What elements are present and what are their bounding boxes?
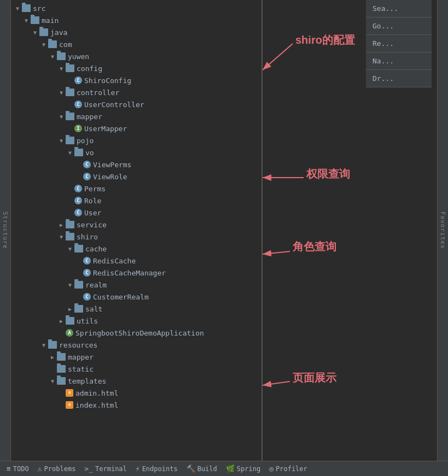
- structure-label[interactable]: Structure: [0, 0, 11, 461]
- folder-icon: [66, 64, 74, 72]
- tree-item-label: src: [33, 4, 45, 13]
- tree-item-static[interactable]: static: [11, 363, 261, 375]
- tree-item-label: Role: [84, 197, 101, 205]
- tree-item-label: resources: [59, 341, 97, 349]
- tree-arrow: [57, 138, 66, 144]
- tree-item-java[interactable]: java: [11, 26, 261, 38]
- tree-item-index.html[interactable]: Hindex.html: [11, 399, 261, 411]
- tree-item-User[interactable]: CUser: [11, 207, 261, 219]
- tree-item-Role[interactable]: CRole: [11, 195, 261, 207]
- tree-item-ViewRole[interactable]: CViewRole: [11, 171, 261, 183]
- tree-item-SpringbootShiroDemoApplication[interactable]: ASpringbootShiroDemoApplication: [11, 327, 261, 339]
- tree-item-label: main: [42, 16, 59, 25]
- tree-item-service[interactable]: service: [11, 219, 261, 231]
- class-c-icon: C: [83, 293, 91, 301]
- toolbar-item-spring[interactable]: 🌿Spring: [222, 461, 265, 476]
- tree-arrow: [39, 342, 48, 348]
- right-panel-item-4[interactable]: Dr...: [366, 70, 432, 87]
- tree-item-ShiroConfig[interactable]: CShiroConfig: [11, 74, 261, 86]
- tree-item-RedisCacheManager[interactable]: CRedisCacheManager: [11, 267, 261, 279]
- tree-item-resources[interactable]: resources: [11, 339, 261, 351]
- tree-item-label: ViewPerms: [93, 161, 131, 169]
- class-c-icon: C: [74, 209, 82, 216]
- tree-item-label: controller: [77, 89, 119, 97]
- class-app-icon: A: [66, 329, 73, 337]
- toolbar-label-terminal: Terminal: [95, 465, 127, 473]
- folder-icon: [66, 89, 74, 96]
- tree-item-pojo[interactable]: pojo: [11, 134, 261, 146]
- tree-item-label: Perms: [84, 185, 106, 193]
- tree-item-UserMapper[interactable]: IUserMapper: [11, 122, 261, 134]
- folder-icon: [48, 341, 57, 349]
- tree-item-com[interactable]: com: [11, 38, 261, 50]
- right-panel-item-2[interactable]: Re...: [366, 35, 432, 52]
- tree-arrow: [48, 54, 57, 60]
- svg-line-1: [263, 44, 293, 70]
- svg-line-4: [263, 381, 290, 385]
- class-c-icon: C: [74, 101, 82, 108]
- toolbar-item-build[interactable]: 🔨Build: [182, 461, 222, 476]
- tree-item-label: static: [68, 365, 94, 373]
- tree-item-utils[interactable]: utils: [11, 315, 261, 327]
- tree-item-label: RedisCacheManager: [93, 269, 166, 277]
- folder-icon: [57, 377, 66, 385]
- tree-item-mapper2[interactable]: mapper: [11, 351, 261, 363]
- tree-item-controller[interactable]: controller: [11, 86, 261, 98]
- folder-icon: [22, 4, 31, 12]
- folder-icon: [74, 281, 83, 289]
- tree-item-label: templates: [68, 377, 106, 385]
- right-panel-item-3[interactable]: Na...: [366, 52, 432, 70]
- right-panel-item-0[interactable]: Sea...: [366, 0, 432, 17]
- tree-item-mapper[interactable]: mapper: [11, 110, 261, 122]
- favorites-label[interactable]: Favorites: [437, 0, 448, 461]
- folder-icon: [66, 221, 74, 228]
- toolbar-item-problems[interactable]: ⚠Problems: [33, 461, 80, 476]
- toolbar-item-todo[interactable]: ≡TODO: [2, 461, 33, 476]
- tree-item-yuwen[interactable]: yuwen: [11, 50, 261, 62]
- tree-item-label: CustomerRealm: [93, 293, 149, 301]
- main-content: Structure srcmainjavacomyuwenconfigCShir…: [0, 0, 448, 461]
- tree-item-vo[interactable]: vo: [11, 146, 261, 158]
- tree-item-label: pojo: [77, 137, 94, 145]
- html-icon: H: [66, 401, 73, 409]
- toolbar-label-profiler: Profiler: [276, 465, 307, 473]
- tree-item-cache[interactable]: cache: [11, 243, 261, 255]
- tree-item-CustomerRealm[interactable]: CCustomerRealm: [11, 291, 261, 303]
- build-icon: 🔨: [187, 465, 195, 473]
- folder-icon: [74, 305, 83, 313]
- toolbar-item-terminal[interactable]: >_Terminal: [80, 461, 131, 476]
- folder-icon: [66, 233, 74, 240]
- tree-item-admin.html[interactable]: Hadmin.html: [11, 387, 261, 399]
- tree-item-label: admin.html: [75, 389, 118, 397]
- toolbar-label-todo: TODO: [13, 465, 29, 473]
- toolbar-label-spring: Spring: [237, 465, 260, 473]
- tree-item-src[interactable]: src: [11, 2, 261, 14]
- class-c-icon: C: [83, 269, 91, 277]
- tree-item-realm[interactable]: realm: [11, 279, 261, 291]
- toolbar-label-problems: Problems: [44, 465, 76, 473]
- terminal-icon: >_: [84, 465, 93, 473]
- tree-item-Perms[interactable]: CPerms: [11, 183, 261, 195]
- tree-arrow: [66, 282, 74, 288]
- class-i-icon: I: [74, 125, 82, 132]
- tree-item-config[interactable]: config: [11, 62, 261, 74]
- html-icon: H: [66, 389, 73, 397]
- tree-item-RedisCache[interactable]: CRedisCache: [11, 255, 261, 267]
- annotation-panel: Sea...Go...Re...Na...Dr... Favorites shi…: [263, 0, 448, 461]
- tree-item-shiro[interactable]: shiro: [11, 231, 261, 243]
- annotation-text-3: 页面展示: [293, 371, 336, 385]
- tree-item-salt[interactable]: salt: [11, 303, 261, 315]
- file-tree-panel: srcmainjavacomyuwenconfigCShiroConfigcon…: [11, 0, 263, 461]
- tree-item-main[interactable]: main: [11, 14, 261, 26]
- tree-item-UserController[interactable]: CUserController: [11, 98, 261, 110]
- profiler-icon: ◎: [269, 465, 274, 473]
- class-c-icon: C: [83, 257, 91, 265]
- tree-container[interactable]: srcmainjavacomyuwenconfigCShiroConfigcon…: [11, 0, 261, 461]
- toolbar-item-profiler[interactable]: ◎Profiler: [265, 461, 312, 476]
- right-panel-item-1[interactable]: Go...: [366, 17, 432, 35]
- tree-item-ViewPerms[interactable]: CViewPerms: [11, 158, 261, 171]
- tree-arrow: [57, 318, 66, 324]
- tree-arrow: [57, 234, 66, 240]
- tree-item-templates[interactable]: templates: [11, 375, 261, 387]
- toolbar-item-endpoints[interactable]: ⚡Endpoints: [131, 461, 182, 476]
